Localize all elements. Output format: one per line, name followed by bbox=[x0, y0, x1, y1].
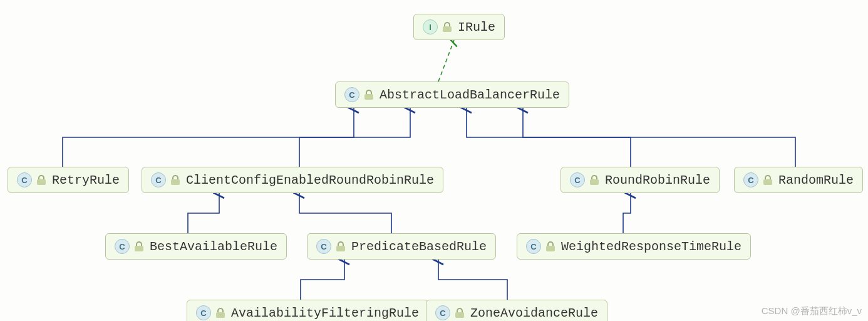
node-label: AvailabilityFilteringRule bbox=[231, 306, 419, 320]
class-icon: C bbox=[196, 305, 211, 320]
lock-icon bbox=[455, 308, 464, 318]
diagram-edges bbox=[0, 0, 868, 321]
node-availability-filtering-rule: C AvailabilityFilteringRule bbox=[187, 300, 428, 321]
node-retry-rule: C RetryRule bbox=[8, 167, 129, 193]
node-predicate-based-rule: C PredicateBasedRule bbox=[307, 233, 496, 260]
class-icon: C bbox=[115, 239, 130, 254]
node-best-available-rule: C BestAvailableRule bbox=[105, 233, 287, 260]
node-random-rule: C RandomRule bbox=[734, 167, 863, 193]
interface-icon: I bbox=[423, 19, 438, 34]
node-irule: I IRule bbox=[413, 14, 505, 40]
node-label: AbstractLoadBalancerRule bbox=[380, 88, 560, 102]
watermark: CSDN @番茄西红柿v_v bbox=[762, 305, 862, 317]
lock-icon bbox=[37, 175, 46, 185]
node-label: RetryRule bbox=[52, 173, 120, 187]
lock-icon bbox=[546, 241, 555, 251]
node-label: PredicateBasedRule bbox=[351, 239, 487, 254]
node-weighted-response-time-rule: C WeightedResponseTimeRule bbox=[517, 233, 751, 260]
class-icon: C bbox=[316, 239, 331, 254]
class-icon: C bbox=[17, 172, 32, 187]
node-abstract-load-balancer-rule: C AbstractLoadBalancerRule bbox=[335, 82, 569, 108]
node-client-config-enabled-round-robin-rule: C ClientConfigEnabledRoundRobinRule bbox=[142, 167, 443, 193]
lock-icon bbox=[364, 90, 373, 100]
lock-icon bbox=[336, 241, 345, 251]
class-icon: C bbox=[435, 305, 450, 320]
node-label: IRule bbox=[458, 20, 495, 34]
lock-icon bbox=[135, 241, 143, 251]
lock-icon bbox=[443, 22, 452, 32]
node-label: RandomRule bbox=[778, 173, 854, 187]
node-zone-avoidance-rule: C ZoneAvoidanceRule bbox=[426, 300, 607, 321]
class-icon: C bbox=[344, 87, 359, 102]
node-label: BestAvailableRule bbox=[150, 239, 277, 254]
node-label: ClientConfigEnabledRoundRobinRule bbox=[186, 173, 434, 187]
lock-icon bbox=[763, 175, 772, 185]
class-icon: C bbox=[151, 172, 166, 187]
class-icon: C bbox=[570, 172, 585, 187]
node-label: ZoneAvoidanceRule bbox=[470, 306, 598, 320]
lock-icon bbox=[590, 175, 599, 185]
class-icon: C bbox=[526, 239, 541, 254]
class-icon: C bbox=[743, 172, 758, 187]
lock-icon bbox=[171, 175, 180, 185]
lock-icon bbox=[216, 308, 225, 318]
node-label: WeightedResponseTimeRule bbox=[561, 239, 741, 254]
node-round-robin-rule: C RoundRobinRule bbox=[561, 167, 720, 193]
node-label: RoundRobinRule bbox=[605, 173, 710, 187]
